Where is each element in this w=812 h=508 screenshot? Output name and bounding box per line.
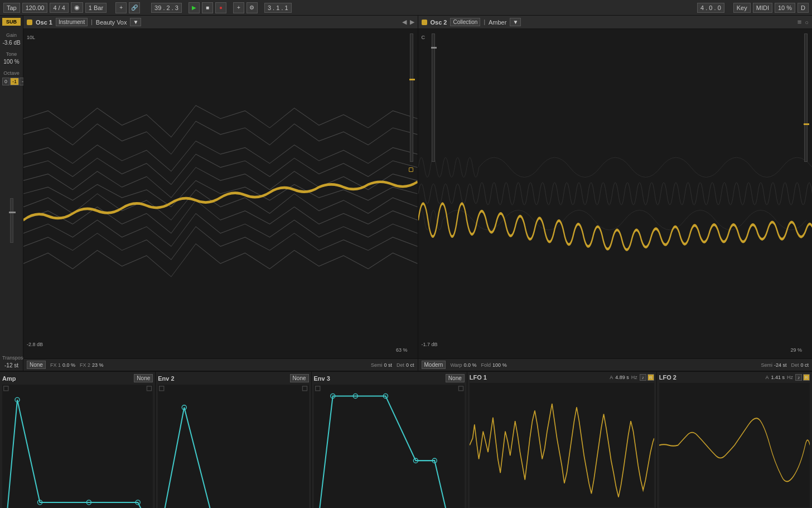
record-button[interactable]: ● [215, 2, 226, 13]
env2-mode[interactable]: None [290, 374, 309, 382]
key-button[interactable]: Key [733, 3, 751, 13]
d-button[interactable]: D [798, 3, 809, 13]
lfo2-rate-val[interactable]: 1.41 s [771, 375, 785, 380]
osc1-det-value[interactable]: 0 ct [406, 362, 414, 368]
add-button[interactable]: + [115, 2, 127, 13]
env3-mode[interactable]: None [446, 374, 465, 382]
osc2-det-value[interactable]: 0 ct [800, 362, 809, 368]
lfo1-title: LFO 1 [470, 374, 487, 381]
osc1-fx1-label: FX 1 [50, 362, 61, 368]
stop-button[interactable]: ■ [202, 2, 213, 13]
osc1-warp-param: None [27, 361, 46, 369]
lfo2-note-btn[interactable]: ♪ [795, 374, 802, 381]
position-display3[interactable]: 4 . 0 . 0 [697, 3, 724, 13]
tap-button[interactable]: Tap [3, 3, 20, 13]
osc2-footer: Modern Warp 0.0 % Fold 100 % Semi -24 st [418, 358, 813, 371]
osc2-det: Det 0 ct [791, 362, 809, 368]
env3-header: Env 3 None [314, 374, 465, 382]
osc1-semi-label: Semi [371, 362, 383, 368]
lfo1-note-btn[interactable]: ♪ [640, 374, 646, 381]
osc2-warp-value[interactable]: 0.0 % [464, 362, 477, 368]
sub-panel: SUB Gain -3.6 dB Tone 100 % Octave 0 -1 … [0, 16, 23, 371]
transpose-label: Transpose [2, 355, 21, 361]
env3-title: Env 3 [314, 375, 330, 382]
svg-rect-0 [2, 385, 153, 508]
sub-slider[interactable] [10, 198, 13, 243]
osc2-header: Osc 2 Collection | Amber ▼ ≡ ○ [418, 16, 813, 29]
osc2-indicator [422, 20, 427, 25]
osc2-preset[interactable]: Amber [489, 19, 506, 26]
osc2-warp-label: Warp [450, 362, 462, 368]
play-button[interactable]: ▶ [188, 2, 200, 13]
lfo1-retrig-btn[interactable]: R [647, 374, 654, 381]
osc1-semi-value[interactable]: 0 st [384, 362, 392, 368]
gain-label: Gain [2, 32, 21, 38]
zoom-display[interactable]: 10 % [775, 3, 795, 13]
lfo2-header: LFO 2 A 1.41 s Hz ♪ R [659, 374, 810, 381]
osc2-circle-btn[interactable]: ○ [805, 19, 809, 26]
lfo2-hz-label: Hz [787, 375, 793, 380]
lfo2-rate-a: A [765, 375, 768, 380]
osc1-fx1-value[interactable]: 0.0 % [62, 362, 75, 368]
transport-bar: Tap 120.00 4 / 4 ◉ 1 Bar + 🔗 39 . 2 . 3 … [0, 0, 812, 16]
osc1-mode-dropdown[interactable]: Instrument [56, 18, 88, 26]
scene-button[interactable]: ⚙ [246, 2, 258, 13]
osc1-preset[interactable]: Beauty Vox [96, 19, 127, 26]
osc1-prev-btn[interactable]: ◀ [402, 18, 407, 26]
osc1-header: Osc 1 Instrument | Beauty Vox ▼ ◀ ▶ [23, 16, 418, 29]
osc2-fold-value[interactable]: 100 % [492, 362, 507, 368]
sub-button[interactable]: SUB [2, 18, 21, 26]
position-display[interactable]: 39 . 2 . 3 [151, 3, 182, 13]
osc2-warp-mode: Modern [422, 361, 446, 369]
link-button[interactable]: 🔗 [129, 2, 140, 13]
env-lfo-area: Amp None Time [0, 372, 812, 508]
osc2-level-slider[interactable] [804, 33, 808, 162]
lfo2-retrig-btn[interactable]: R [803, 374, 810, 381]
osc2-left-slider[interactable] [432, 33, 435, 162]
osc1-semi: Semi 0 st [371, 362, 392, 368]
osc1-preset-dropdown[interactable]: ▼ [130, 18, 141, 26]
osc1-level-pct: 63 % [396, 347, 408, 353]
lfo2-panel: LFO 2 A 1.41 s Hz ♪ R ∿ /\ ╱ ⊓ ≈ Rate [657, 372, 812, 508]
octave-neg1[interactable]: -1 [10, 78, 19, 85]
lfo1-rate-a: A [610, 375, 613, 380]
position-display2[interactable]: 3 . 1 . 1 [264, 3, 292, 13]
osc2-semi: Semi -24 st [761, 362, 786, 368]
gain-value[interactable]: -3.6 dB [2, 40, 21, 46]
osc1-fx2-value[interactable]: 23 % [92, 362, 104, 368]
tone-value[interactable]: 100 % [2, 59, 21, 65]
loop-icon[interactable]: ◉ [71, 2, 83, 13]
osc-area: Osc 1 Instrument | Beauty Vox ▼ ◀ ▶ [23, 16, 812, 371]
osc2-warp: Warp 0.0 % [450, 362, 476, 368]
osc2-panel: Osc 2 Collection | Amber ▼ ≡ ○ [418, 16, 813, 371]
osc2-semi-value[interactable]: -24 st [774, 362, 787, 368]
bar-mode[interactable]: 1 Bar [85, 3, 107, 13]
bpm-display[interactable]: 120.00 [22, 3, 48, 13]
osc1-warp-mode[interactable]: None [27, 361, 46, 369]
transpose-value[interactable]: -12 st [2, 362, 21, 368]
lfo1-panel: LFO 1 A 4.89 s Hz ♪ R ∿ /\ ╱ ⊓ ≈ Rate [467, 372, 657, 508]
amp-env-mode[interactable]: None [134, 374, 153, 382]
osc1-next-btn[interactable]: ▶ [410, 18, 414, 26]
osc1-slider-top-label: 10L [27, 35, 35, 40]
octave-0[interactable]: 0 [2, 78, 9, 85]
lfo1-hz-label: Hz [631, 375, 637, 380]
midi-button[interactable]: MIDI [753, 3, 772, 13]
env2-title: Env 2 [158, 375, 174, 382]
time-sig-display[interactable]: 4 / 4 [50, 3, 68, 13]
osc1-fx2-label: FX 2 [80, 362, 90, 368]
lfo1-rate-val[interactable]: 4.89 s [615, 375, 629, 380]
osc-panels: Osc 1 Instrument | Beauty Vox ▼ ◀ ▶ [23, 16, 812, 371]
add-button2[interactable]: + [233, 2, 244, 13]
osc2-menu-btn[interactable]: ≡ [798, 18, 802, 26]
amp-env-display [2, 385, 153, 508]
osc2-preset-dropdown[interactable]: ▼ [510, 18, 521, 26]
osc2-mode-dropdown[interactable]: Collection [450, 18, 480, 26]
osc2-warp-dropdown[interactable]: Modern [422, 361, 446, 369]
osc1-det-label: Det [397, 362, 404, 368]
osc1-pos-marker[interactable] [409, 167, 413, 172]
lfo1-header: LFO 1 A 4.89 s Hz ♪ R [470, 374, 654, 381]
osc1-level-slider[interactable] [410, 33, 413, 162]
osc1-det: Det 0 ct [397, 362, 414, 368]
env3-display [314, 385, 465, 508]
